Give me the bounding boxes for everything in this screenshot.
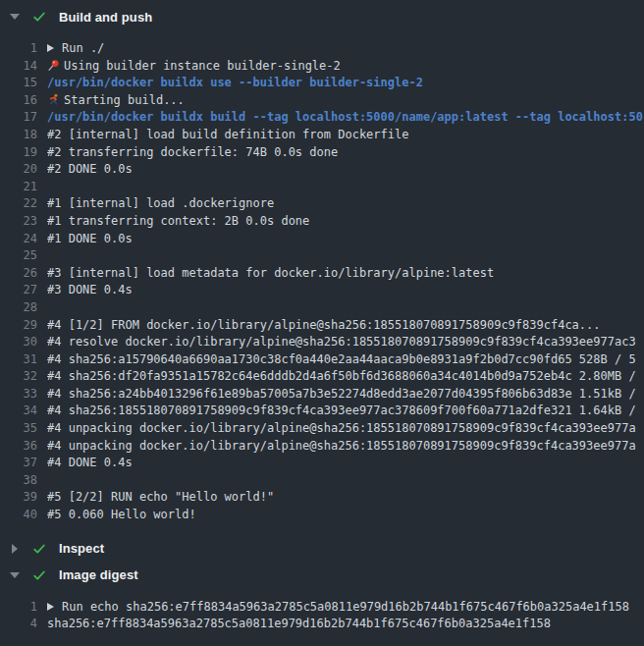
- log-line: 15/usr/bin/docker buildx use --builder b…: [0, 75, 644, 92]
- line-number[interactable]: 36: [0, 438, 37, 456]
- line-text: #5 [2/2] RUN echo "Hello world!": [47, 490, 274, 504]
- line-number[interactable]: 16: [0, 92, 37, 110]
- line-text: #1 transferring context: 2B 0.0s done: [47, 214, 309, 228]
- line-number[interactable]: 28: [0, 299, 37, 317]
- log-line: 1Run ./: [0, 40, 644, 58]
- line-text: #5 0.060 Hello world!: [47, 508, 196, 521]
- line-number[interactable]: 35: [0, 420, 37, 438]
- line-number[interactable]: 30: [0, 334, 37, 351]
- section-header-image-digest[interactable]: Image digest: [0, 565, 644, 585]
- log-line: 16Starting build...: [0, 92, 644, 110]
- line-number[interactable]: 18: [0, 127, 37, 144]
- line-number[interactable]: 20: [0, 161, 37, 179]
- line-content: #4 resolve docker.io/library/alpine@sha2…: [47, 334, 644, 351]
- log-line: 1Run echo sha256:e7ff8834a5963a2785c5a08…: [0, 599, 644, 617]
- log-line: 24#1 DONE 0.0s: [0, 231, 644, 248]
- line-text: Run echo sha256:e7ff8834a5963a2785c5a081…: [62, 600, 629, 614]
- line-number[interactable]: 14: [0, 58, 37, 76]
- section-header-build-and-push[interactable]: Build and push: [0, 7, 644, 27]
- line-number[interactable]: 19: [0, 144, 37, 162]
- section-build-and-push: Build and push1Run ./14Using builder ins…: [0, 0, 644, 532]
- pushpin-icon: [47, 59, 64, 72]
- line-number[interactable]: 34: [0, 403, 37, 420]
- line-content: #2 DONE 0.0s: [47, 161, 644, 179]
- log-line: 14Using builder instance builder-single-…: [0, 58, 644, 76]
- line-text: #4 DONE 0.4s: [47, 456, 133, 469]
- log-line: 23#1 transferring context: 2B 0.0s done: [0, 213, 644, 231]
- line-number[interactable]: 38: [0, 472, 37, 490]
- line-content: #4 sha256:185518070891758909c9f839cf4ca3…: [47, 403, 644, 420]
- log-line: 39#5 [2/2] RUN echo "Hello world!": [0, 489, 644, 507]
- line-number[interactable]: 22: [0, 195, 37, 213]
- log-lines: 1Run echo sha256:e7ff8834a5963a2785c5a08…: [0, 599, 644, 641]
- section-title: Build and push: [59, 10, 152, 25]
- line-text: #4 resolve docker.io/library/alpine@sha2…: [47, 335, 636, 349]
- line-text: #2 transferring dockerfile: 74B 0.0s don…: [47, 145, 338, 159]
- line-number[interactable]: 1: [0, 599, 37, 617]
- line-text: /usr/bin/docker buildx use --builder bui…: [47, 76, 423, 89]
- runner-icon: [47, 93, 64, 106]
- section-title: Inspect: [59, 541, 104, 556]
- log-line: 25: [0, 247, 644, 265]
- line-number[interactable]: 25: [0, 247, 37, 265]
- line-content: Run ./: [47, 40, 644, 58]
- expand-arrow-icon[interactable]: [47, 603, 54, 611]
- log-line: 33#4 sha256:a24bb4013296f61e89ba57005a7b…: [0, 386, 644, 404]
- log-line: 19#2 transferring dockerfile: 74B 0.0s d…: [0, 144, 644, 162]
- chevron-down-icon[interactable]: [9, 572, 21, 578]
- line-content: #1 transferring context: 2B 0.0s done: [47, 213, 644, 231]
- log-line: 37#4 DONE 0.4s: [0, 455, 644, 472]
- section-header-inspect[interactable]: Inspect: [0, 539, 644, 559]
- line-content: Starting build...: [47, 92, 644, 110]
- line-text: Using builder instance builder-single-2: [64, 59, 341, 73]
- line-number[interactable]: 17: [0, 109, 37, 127]
- log-line: 40#5 0.060 Hello world!: [0, 507, 644, 524]
- log-line: 22#1 [internal] load .dockerignore: [0, 195, 644, 213]
- line-text: #1 [internal] load .dockerignore: [47, 196, 274, 210]
- log-line: 30#4 resolve docker.io/library/alpine@sh…: [0, 334, 644, 351]
- line-text: #2 [internal] load build definition from…: [47, 128, 408, 141]
- check-icon: [32, 10, 46, 24]
- chevron-right-icon[interactable]: [9, 544, 21, 554]
- chevron-down-icon[interactable]: [9, 14, 21, 20]
- line-number[interactable]: 29: [0, 317, 37, 335]
- line-text: #1 DONE 0.0s: [47, 232, 133, 245]
- check-icon: [32, 542, 46, 556]
- line-content: [47, 179, 644, 196]
- log-line: 17/usr/bin/docker buildx build --tag loc…: [0, 109, 644, 127]
- log-line: 36#4 unpacking docker.io/library/alpine@…: [0, 438, 644, 456]
- line-number[interactable]: 32: [0, 368, 37, 386]
- log-line: 26#3 [internal] load metadata for docker…: [0, 265, 644, 283]
- line-text: #4 unpacking docker.io/library/alpine@sh…: [47, 421, 636, 435]
- line-content: [47, 299, 644, 317]
- section-image-digest: Image digest1Run echo sha256:e7ff8834a59…: [0, 559, 644, 641]
- line-text: /usr/bin/docker buildx build --tag local…: [47, 110, 643, 124]
- log-line: 21: [0, 179, 644, 196]
- line-number[interactable]: 21: [0, 179, 37, 196]
- line-content: #4 [1/2] FROM docker.io/library/alpine@s…: [47, 317, 644, 335]
- line-number[interactable]: 15: [0, 75, 37, 92]
- section-inspect: Inspect: [0, 532, 644, 559]
- line-content: [47, 472, 644, 490]
- line-number[interactable]: 23: [0, 213, 37, 231]
- log-line: 18#2 [internal] load build definition fr…: [0, 127, 644, 144]
- line-content: #3 DONE 0.4s: [47, 282, 644, 299]
- line-number[interactable]: 37: [0, 455, 37, 472]
- line-number[interactable]: 26: [0, 265, 37, 283]
- log-line: 31#4 sha256:a15790640a6690aa1730c38cf0a4…: [0, 351, 644, 369]
- line-number[interactable]: 39: [0, 489, 37, 507]
- line-number[interactable]: 33: [0, 386, 37, 404]
- line-number[interactable]: 40: [0, 507, 37, 524]
- expand-arrow-icon[interactable]: [47, 44, 54, 52]
- line-number[interactable]: 24: [0, 231, 37, 248]
- line-number[interactable]: 1: [0, 40, 37, 58]
- line-number[interactable]: 31: [0, 351, 37, 369]
- line-number[interactable]: 27: [0, 282, 37, 299]
- line-content: [47, 247, 644, 265]
- line-number[interactable]: 4: [0, 616, 37, 633]
- log-line: 27#3 DONE 0.4s: [0, 282, 644, 299]
- line-content: /usr/bin/docker buildx build --tag local…: [47, 109, 644, 127]
- line-content: #4 sha256:a24bb4013296f61e89ba57005a7b3e…: [47, 386, 644, 404]
- line-content: #1 DONE 0.0s: [47, 231, 644, 248]
- check-icon: [32, 568, 46, 582]
